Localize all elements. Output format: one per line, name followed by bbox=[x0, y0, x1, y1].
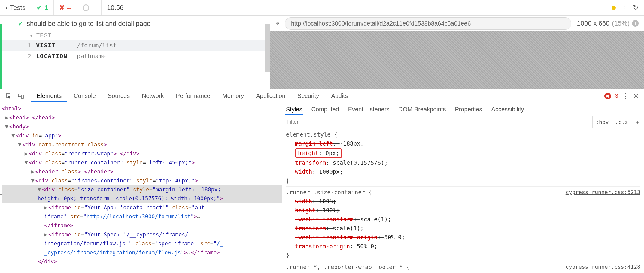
css-prop[interactable]: width bbox=[295, 168, 312, 175]
css-val[interactable]: 100%; bbox=[323, 207, 340, 214]
css-prop[interactable]: transform bbox=[295, 225, 326, 232]
tab-event-listeners[interactable]: Event Listeners bbox=[348, 104, 390, 115]
command-arg: pathname bbox=[77, 52, 106, 60]
dom-link[interactable]: http://localhost:3000/forum/list bbox=[87, 213, 191, 220]
passed-count: ✔ 1 bbox=[31, 0, 54, 15]
dom-attr: style bbox=[133, 186, 149, 193]
viewport-info[interactable]: 1000 x 660 (15%) i bbox=[577, 20, 639, 27]
tab-elements[interactable]: Elements bbox=[31, 89, 67, 102]
url-bar[interactable]: http://localhost:3000/forum/detail/d2a2c… bbox=[285, 17, 571, 30]
resize-icon[interactable]: ↕ bbox=[623, 4, 626, 11]
css-val[interactable]: 50% 0; bbox=[384, 234, 405, 241]
rule-element-style[interactable]: element.style { margin-left: -188px; hei… bbox=[286, 130, 640, 187]
dom-val: "app" bbox=[42, 132, 58, 139]
source-link[interactable]: cypress_runner.css:5213 bbox=[566, 188, 640, 197]
css-val[interactable]: 100%; bbox=[319, 198, 336, 205]
css-val[interactable]: scale(1); bbox=[333, 225, 364, 232]
tab-accessibility[interactable]: Accessibility bbox=[491, 104, 525, 115]
rule-runner-star[interactable]: cypress_runner.css:4128 .runner *, .repo… bbox=[286, 262, 640, 273]
test-section[interactable]: ▼ TEST bbox=[0, 28, 270, 40]
dom-link[interactable]: /_ bbox=[217, 240, 223, 247]
tab-security[interactable]: Security bbox=[292, 89, 324, 102]
tab-memory[interactable]: Memory bbox=[217, 89, 249, 102]
info-icon[interactable]: i bbox=[632, 20, 639, 27]
tab-console[interactable]: Console bbox=[68, 89, 101, 102]
css-val[interactable]: 50% 0; bbox=[357, 243, 378, 250]
css-prop[interactable]: margin-left bbox=[295, 140, 333, 147]
check-icon: ✔ bbox=[18, 20, 23, 27]
css-prop[interactable]: transform-origin bbox=[295, 243, 350, 250]
command-row[interactable]: 1 VISIT /forum/list bbox=[0, 40, 270, 51]
css-prop[interactable]: height bbox=[298, 150, 319, 156]
dom-tag: div bbox=[26, 141, 35, 148]
css-val[interactable]: 1000px; bbox=[319, 168, 343, 175]
command-name: VISIT bbox=[36, 42, 72, 49]
css-val[interactable]: scale(1); bbox=[360, 216, 391, 223]
highlighted-declaration: height: 0px; bbox=[295, 148, 342, 158]
dom-val: "Your App: 'oodata-react'" bbox=[84, 204, 169, 211]
tab-styles[interactable]: Styles bbox=[285, 104, 303, 115]
reload-icon[interactable]: ↻ bbox=[633, 4, 638, 12]
tab-network[interactable]: Network bbox=[136, 89, 169, 102]
close-devtools-icon[interactable]: ✕ bbox=[633, 92, 639, 100]
tab-computed[interactable]: Computed bbox=[311, 104, 339, 115]
command-row[interactable]: 2 LOCATION pathname bbox=[0, 51, 270, 62]
css-val[interactable]: scale(0.157576); bbox=[333, 159, 388, 166]
css-prop[interactable]: transform bbox=[295, 159, 326, 166]
devtools: Elements Console Sources Network Perform… bbox=[0, 89, 644, 273]
devtools-tabbar: Elements Console Sources Network Perform… bbox=[0, 89, 644, 103]
css-val[interactable]: -188px; bbox=[340, 140, 364, 147]
error-count: 3 bbox=[615, 93, 618, 99]
test-title-row[interactable]: ✔ should be able to go to list and detai… bbox=[0, 16, 270, 28]
ellipsis: … bbox=[29, 114, 32, 121]
css-prop[interactable]: width bbox=[295, 198, 312, 205]
ellipsis: … bbox=[81, 168, 84, 175]
runner-controls: ↕ ↻ bbox=[129, 0, 644, 15]
dom-link[interactable]: _cypress/iframes/integration/forum/flow.… bbox=[44, 249, 181, 256]
new-style-rule-icon[interactable]: ＋ bbox=[631, 116, 644, 128]
hov-toggle[interactable]: :hov bbox=[592, 116, 612, 128]
dom-attr: id bbox=[74, 204, 81, 211]
source-link[interactable]: cypress_runner.css:4128 bbox=[566, 262, 640, 272]
dom-node[interactable]: <head> bbox=[9, 114, 29, 121]
styles-pane: Styles Computed Event Listeners DOM Brea… bbox=[282, 103, 644, 273]
tab-application[interactable]: Application bbox=[251, 89, 291, 102]
kebab-menu-icon[interactable]: ⋮ bbox=[622, 92, 629, 100]
svg-rect-2 bbox=[21, 95, 23, 98]
section-label: TEST bbox=[36, 32, 51, 39]
cls-toggle[interactable]: .cls bbox=[612, 116, 631, 128]
tab-audits[interactable]: Audits bbox=[326, 89, 353, 102]
dom-val: height: 0px; transform: scale(0.157576);… bbox=[38, 195, 220, 202]
dom-end: </header> bbox=[84, 168, 114, 175]
ellipsis: … bbox=[187, 249, 191, 256]
inspect-icon[interactable] bbox=[2, 93, 15, 99]
css-prop[interactable]: -webkit-transform bbox=[295, 216, 353, 223]
device-toolbar-icon[interactable] bbox=[16, 93, 29, 99]
selector-playground-icon[interactable]: ⌖ bbox=[276, 20, 279, 27]
back-to-tests[interactable]: ‹ Tests bbox=[0, 0, 31, 15]
dom-val: "iframes-container" bbox=[71, 177, 133, 184]
tab-sources[interactable]: Sources bbox=[102, 89, 135, 102]
tab-dom-breakpoints[interactable]: DOM Breakpoints bbox=[398, 104, 447, 115]
css-prop[interactable]: -webkit-transform-origin bbox=[295, 234, 378, 241]
dom-val: "Your Spec: '/__cypress/iframes/ bbox=[84, 231, 188, 238]
test-title: should be able to go to list and detail … bbox=[27, 20, 150, 28]
url-text: http://localhost:3000/forum/detail/d2a2c… bbox=[291, 20, 471, 27]
css-prop[interactable]: height bbox=[295, 207, 316, 214]
dom-attr: class bbox=[87, 141, 104, 148]
aut-header: ⌖ http://localhost:3000/forum/detail/d2a… bbox=[270, 16, 644, 31]
rule-size-container[interactable]: cypress_runner.css:5213 .runner .size-co… bbox=[286, 188, 640, 261]
scrollbar[interactable] bbox=[265, 24, 270, 72]
dom-node[interactable]: <body> bbox=[9, 123, 29, 130]
styles-filter-input[interactable] bbox=[282, 116, 592, 128]
dom-tree[interactable]: <html> ▶<head>…</head> ▼<body> ▼<div id=… bbox=[0, 103, 282, 273]
dom-val: "reporter-wrap" bbox=[65, 150, 114, 157]
tab-properties[interactable]: Properties bbox=[454, 104, 483, 115]
dom-attr: style bbox=[136, 177, 153, 184]
error-badge-icon[interactable]: ✖ bbox=[604, 93, 611, 99]
tab-performance[interactable]: Performance bbox=[171, 89, 216, 102]
css-val[interactable]: 0px; bbox=[326, 150, 339, 156]
dom-node[interactable]: <html> bbox=[2, 105, 21, 112]
viewport-scale: (15%) bbox=[612, 20, 630, 27]
style-rules[interactable]: element.style { margin-left: -188px; hei… bbox=[282, 128, 644, 273]
